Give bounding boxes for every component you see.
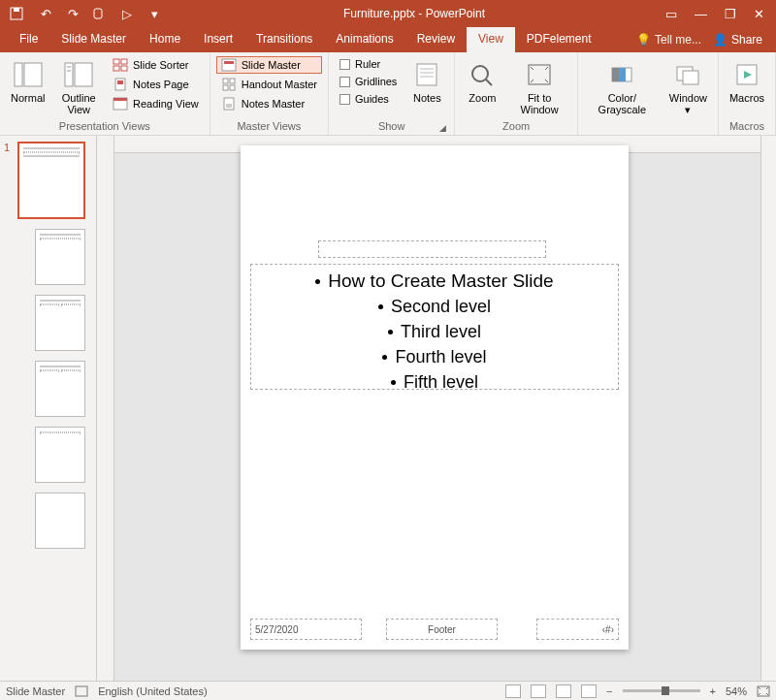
slide-number-placeholder[interactable]: ‹#› — [536, 619, 619, 640]
start-from-beginning-icon[interactable]: ▷ — [118, 7, 136, 21]
share-label: Share — [731, 33, 762, 47]
ribbon: Normal Outline View Slide Sorter Notes P… — [0, 52, 776, 136]
notes-master-button[interactable]: Notes Master — [216, 95, 322, 112]
title-bar: ↶ ↷ ▷ ▾ Furniture.pptx - PowerPoint ▭ — … — [0, 0, 776, 27]
ribbon-display-options-icon[interactable]: ▭ — [665, 7, 677, 21]
color-grayscale-button[interactable]: Color/ Grayscale — [584, 56, 661, 118]
group-label-presentation-views: Presentation Views — [6, 118, 204, 135]
window-button[interactable]: Window▾ — [664, 56, 712, 118]
checkbox-icon — [340, 77, 350, 87]
undo-icon[interactable]: ↶ — [37, 7, 54, 21]
group-label-zoom: Zoom — [461, 118, 571, 135]
notes-page-button[interactable]: Notes Page — [108, 76, 204, 93]
zoom-level[interactable]: 54% — [726, 685, 747, 697]
normal-view-status-button[interactable] — [505, 684, 521, 698]
outline-view-button[interactable]: Outline View — [53, 56, 104, 118]
guides-checkbox[interactable]: Guides — [335, 91, 402, 107]
layout-thumbnail[interactable] — [35, 229, 85, 285]
sorter-view-status-button[interactable] — [531, 684, 546, 698]
slide-sorter-button[interactable]: Slide Sorter — [108, 56, 204, 74]
fit-to-window-button[interactable]: Fit to Window — [507, 56, 571, 118]
ruler-label: Ruler — [355, 58, 380, 70]
date-placeholder[interactable]: 5/27/2020 — [250, 619, 362, 640]
content-level-4: Fourth level — [395, 344, 486, 369]
zoom-in-button[interactable]: + — [710, 685, 716, 697]
slide-master-canvas[interactable]: How to Create Master Slide Second level … — [241, 145, 629, 650]
tab-review[interactable]: Review — [405, 27, 467, 52]
svg-rect-6 — [75, 63, 92, 86]
qat-more-icon[interactable]: ▾ — [146, 7, 163, 21]
footer-placeholder[interactable]: Footer — [386, 619, 498, 640]
master-thumbnail[interactable] — [17, 142, 85, 219]
content-placeholder[interactable]: How to Create Master Slide Second level … — [250, 264, 619, 390]
accessibility-icon[interactable] — [75, 685, 88, 697]
tab-view[interactable]: View — [467, 27, 515, 52]
normal-view-button[interactable]: Normal — [6, 56, 49, 107]
zoom-icon — [466, 59, 499, 90]
tell-me-label: Tell me... — [655, 33, 701, 47]
slideshow-view-status-button[interactable] — [581, 684, 597, 698]
restore-icon[interactable]: ❐ — [725, 7, 736, 21]
dialog-launcher-icon[interactable]: ◢ — [439, 123, 446, 133]
vertical-scrollbar[interactable] — [760, 136, 776, 681]
layout-thumbnail[interactable] — [35, 427, 85, 483]
slide-canvas-area[interactable]: How to Create Master Slide Second level … — [114, 136, 760, 681]
fit-to-window-status-button[interactable] — [757, 685, 770, 697]
zoom-out-button[interactable]: − — [606, 685, 612, 697]
close-icon[interactable]: ✕ — [754, 7, 764, 21]
zoom-slider[interactable] — [623, 689, 700, 692]
macros-button[interactable]: Macros — [725, 56, 769, 107]
layout-thumbnail[interactable] — [35, 295, 85, 351]
tell-me[interactable]: 💡Tell me... — [636, 33, 701, 47]
slide-thumbnail-pane[interactable]: 1 — [0, 136, 97, 681]
tab-file[interactable]: File — [8, 27, 49, 52]
redo-icon[interactable]: ↷ — [64, 7, 81, 21]
layout-thumbnail[interactable] — [35, 361, 85, 417]
title-placeholder[interactable] — [318, 240, 546, 258]
content-level-2: Second level — [391, 294, 491, 319]
svg-rect-17 — [222, 59, 236, 71]
outline-view-icon — [62, 59, 95, 90]
svg-rect-14 — [117, 80, 123, 84]
ruler-checkbox[interactable]: Ruler — [335, 56, 402, 72]
handout-master-icon — [221, 78, 237, 91]
svg-rect-12 — [121, 66, 127, 71]
content-level-3: Third level — [401, 319, 481, 344]
notes-button[interactable]: Notes — [405, 56, 448, 107]
checkbox-icon — [340, 94, 350, 105]
master-number: 1 — [4, 142, 10, 153]
tab-animations[interactable]: Animations — [324, 27, 404, 52]
outline-view-label: Outline View — [58, 92, 99, 115]
tab-home[interactable]: Home — [138, 27, 192, 52]
minimize-icon[interactable]: — — [695, 7, 707, 21]
slide-master-label: Slide Master — [242, 59, 301, 71]
svg-rect-37 — [683, 71, 698, 84]
tab-insert[interactable]: Insert — [192, 27, 244, 52]
share-button[interactable]: 👤Share — [713, 33, 762, 47]
reading-view-button[interactable]: Reading View — [108, 95, 204, 112]
save-icon[interactable] — [10, 7, 27, 20]
vertical-ruler — [97, 136, 114, 681]
gridlines-checkbox[interactable]: Gridlines — [335, 74, 402, 89]
status-language[interactable]: English (United States) — [98, 685, 208, 697]
reading-view-icon — [113, 97, 128, 111]
tab-pdfelement[interactable]: PDFelement — [515, 27, 603, 52]
zoom-button[interactable]: Zoom — [461, 56, 503, 107]
handout-master-button[interactable]: Handout Master — [216, 76, 322, 93]
tab-transitions[interactable]: Transitions — [244, 27, 324, 52]
share-icon: 👤 — [713, 33, 728, 47]
status-view: Slide Master — [6, 685, 65, 697]
reading-view-status-button[interactable] — [556, 684, 571, 698]
handout-master-label: Handout Master — [242, 79, 317, 90]
layout-thumbnail[interactable] — [35, 493, 85, 549]
group-show: Ruler Gridlines Guides Notes Show◢ — [329, 52, 455, 135]
svg-rect-10 — [121, 59, 127, 64]
tab-slide-master[interactable]: Slide Master — [49, 27, 138, 52]
group-color-window: Color/ Grayscale Window▾ — [578, 52, 719, 135]
svg-point-30 — [472, 66, 488, 81]
group-label-show: Show◢ — [335, 118, 448, 135]
zoom-handle[interactable] — [662, 686, 669, 695]
slide-master-button[interactable]: Slide Master — [216, 56, 322, 74]
reading-view-label: Reading View — [133, 98, 199, 110]
touch-mode-icon[interactable] — [91, 7, 109, 20]
